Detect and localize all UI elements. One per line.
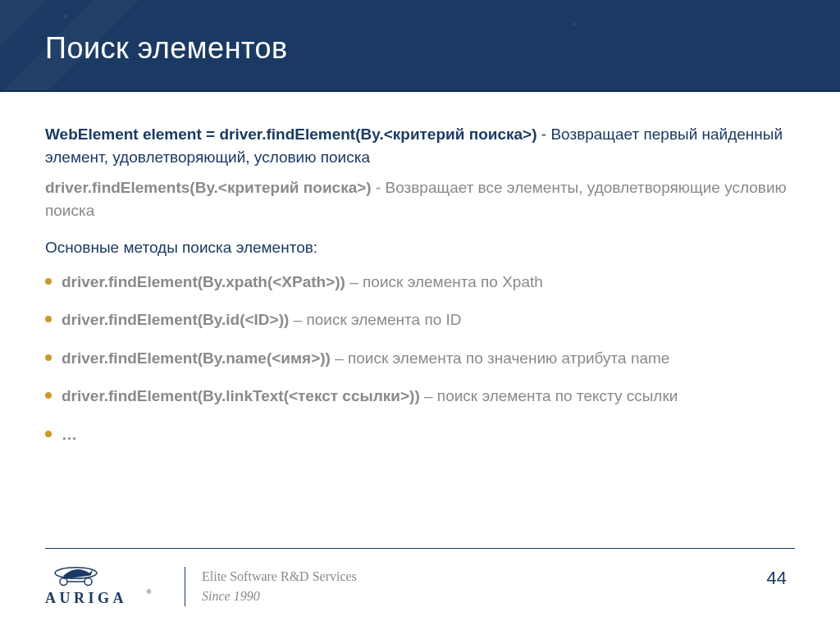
method-bold: driver.findElement(By.xpath(<XPath>)) bbox=[62, 273, 345, 290]
tagline-line-1: Elite Software R&D Services bbox=[202, 567, 357, 586]
footer-tagline: Elite Software R&D Services Since 1990 bbox=[202, 567, 357, 605]
method-bold: driver.findElement(By.linkText(<текст сс… bbox=[62, 387, 420, 404]
methods-list: driver.findElement(By.xpath(<XPath>)) – … bbox=[45, 271, 795, 447]
list-item: … bbox=[45, 423, 795, 447]
brand-logo: AURIGA ® bbox=[45, 562, 168, 611]
list-item: driver.findElement(By.id(<ID>)) – поиск … bbox=[45, 308, 795, 332]
slide-title: Поиск элементов bbox=[45, 31, 288, 66]
section-heading: Основные методы поиска элементов: bbox=[45, 236, 795, 259]
svg-text:®: ® bbox=[147, 588, 152, 596]
method-bold: … bbox=[62, 426, 77, 443]
code-signature-1: WebElement element = driver.findElement(… bbox=[45, 126, 537, 143]
code-signature-2: driver.findElements(By.<критерий поиска>… bbox=[45, 179, 372, 196]
list-item: driver.findElement(By.xpath(<XPath>)) – … bbox=[45, 271, 795, 294]
method-bold: driver.findElement(By.id(<ID>)) bbox=[62, 311, 289, 328]
slide: { "title": "Поиск элементов", "para1": {… bbox=[0, 0, 840, 630]
paragraph-2: driver.findElements(By.<критерий поиска>… bbox=[45, 176, 795, 221]
content-area: WebElement element = driver.findElement(… bbox=[45, 123, 795, 461]
list-item: driver.findElement(By.name(<имя>)) – пои… bbox=[45, 347, 795, 371]
footer-divider bbox=[185, 567, 185, 606]
method-desc: – поиск элемента по значению атрибута na… bbox=[331, 349, 670, 367]
footer: AURIGA ® Elite Software R&D Services Sin… bbox=[45, 548, 795, 614]
method-desc: – поиск элемента по Xpath bbox=[345, 273, 543, 290]
auriga-logo-icon: AURIGA ® bbox=[45, 562, 168, 611]
tagline-line-2: Since 1990 bbox=[202, 587, 357, 605]
brand-wordmark: AURIGA bbox=[45, 589, 127, 605]
paragraph-1: WebElement element = driver.findElement(… bbox=[45, 123, 795, 168]
page-number: 44 bbox=[767, 568, 795, 589]
list-item: driver.findElement(By.linkText(<текст сс… bbox=[45, 385, 795, 409]
method-bold: driver.findElement(By.name(<имя>)) bbox=[62, 349, 331, 367]
method-desc: – поиск элемента по ID bbox=[289, 311, 461, 328]
method-desc: – поиск элемента по тексту ссылки bbox=[420, 387, 678, 404]
svg-point-2 bbox=[84, 578, 92, 585]
